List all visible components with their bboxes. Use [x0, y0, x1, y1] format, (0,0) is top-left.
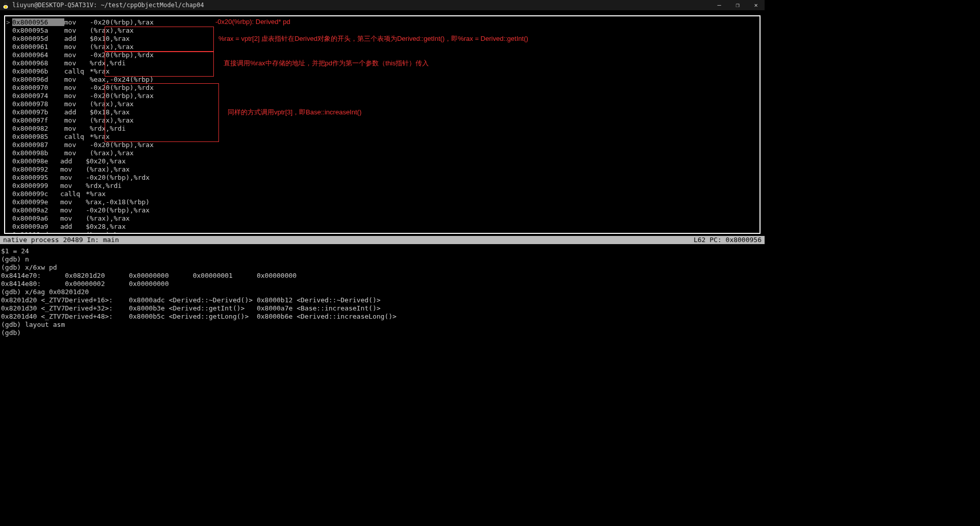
- asm-row[interactable]: 0x800096d mov%eax,-0x24(%rbp): [12, 76, 760, 84]
- gdb-line: $1 = 24: [1, 247, 765, 255]
- tux-icon: [2, 2, 9, 9]
- gdb-line: 0x8201d30 <_ZTV7Derived+32>: 0x8000b3e <…: [1, 304, 765, 313]
- asm-row[interactable]: 0x800099c callq*%rax: [12, 190, 760, 198]
- asm-row[interactable]: 0x80009a6 mov(%rax),%rax: [12, 214, 760, 223]
- gdb-line: (gdb) x/6ag 0x08201d20: [1, 288, 765, 296]
- asm-row[interactable]: 0x8000985 callq*%rax: [12, 133, 760, 141]
- asm-row[interactable]: 0x8000978 mov(%rax),%rax: [12, 100, 760, 108]
- asm-row[interactable]: 0x8000970 mov-0x20(%rbp),%rdx: [12, 84, 760, 92]
- annot-4: 同样的方式调用vptr[3]，即Base::increaseInt(): [228, 108, 361, 116]
- asm-row[interactable]: 0x800098b mov(%rax),%rax: [12, 149, 760, 157]
- minimize-button[interactable]: —: [716, 1, 723, 9]
- asm-row[interactable]: 0x8000974 mov-0x20(%rbp),%rax: [12, 92, 760, 100]
- asm-row[interactable]: 0x800098e add$0x20,%rax: [12, 157, 760, 165]
- asm-row[interactable]: 0x800097b add$0x18,%rax: [12, 108, 760, 116]
- asm-row[interactable]: 0x800095a mov(%rax),%rax: [12, 27, 760, 35]
- status-right: L62 PC: 0x8000956: [694, 236, 762, 244]
- window-title: liuyun@DESKTOP-Q5AT31V: ~/test/cppObject…: [12, 1, 204, 9]
- asm-row[interactable]: 0x8000992 mov(%rax),%rax: [12, 165, 760, 174]
- title-bar: liuyun@DESKTOP-Q5AT31V: ~/test/cppObject…: [0, 0, 765, 10]
- asm-row[interactable]: 0x8000964 mov-0x20(%rbp),%rdx: [12, 51, 760, 59]
- svg-point-0: [4, 2, 8, 6]
- asm-row[interactable]: >0x8000956 mov-0x20(%rbp),%rax: [12, 18, 760, 27]
- asm-row[interactable]: 0x8000982 mov%rdx,%rdi: [12, 125, 760, 133]
- asm-row[interactable]: 0x800097f mov(%rax),%rax: [12, 116, 760, 125]
- gdb-line: 0x8201d40 <_ZTV7Derived+48>: 0x8000b5c <…: [1, 313, 765, 321]
- gdb-console[interactable]: $1 = 24(gdb) n(gdb) x/6xw pd0x8414e70: 0…: [0, 244, 765, 337]
- maximize-button[interactable]: ❐: [734, 1, 741, 9]
- gdb-line: (gdb) x/6xw pd: [1, 264, 765, 272]
- asm-row[interactable]: 0x8000995 mov-0x20(%rbp),%rdx: [12, 174, 760, 182]
- asm-row[interactable]: 0x80009a2 mov-0x20(%rbp),%rax: [12, 206, 760, 214]
- status-bar: native process 20489 In: main L62 PC: 0x…: [0, 236, 765, 244]
- gdb-line: (gdb) n: [1, 255, 765, 264]
- status-left: native process 20489 In: main: [3, 236, 119, 244]
- gdb-line: 0x8414e70: 0x08201d20 0x00000000 0x00000…: [1, 272, 765, 280]
- asm-panel[interactable]: >0x8000956 mov-0x20(%rbp),%rax0x800095a …: [4, 15, 761, 234]
- asm-row[interactable]: 0x800096b callq*%rax: [12, 67, 760, 76]
- gdb-line: (gdb): [1, 329, 765, 337]
- asm-row[interactable]: 0x8000961 mov(%rax),%rax: [12, 43, 760, 51]
- annot-2: %rax = vptr[2] 虚表指针在Derived对象的开头，第三个表项为D…: [218, 35, 528, 43]
- close-button[interactable]: ✕: [752, 1, 760, 9]
- asm-row[interactable]: 0x8000999 mov%rdx,%rdi: [12, 182, 760, 190]
- svg-point-2: [4, 6, 7, 8]
- gdb-line: 0x8201d20 <_ZTV7Derived+16>: 0x8000adc <…: [1, 296, 765, 304]
- asm-row[interactable]: 0x80009a9 add$0x28,%rax: [12, 223, 760, 231]
- asm-row[interactable]: 0x80009ad mov(%rax),%rax: [12, 231, 760, 234]
- annot-3: 直接调用%rax中存储的地址，并把pd作为第一个参数（this指针）传入: [224, 59, 429, 67]
- window-controls: — ❐ ✕: [716, 1, 763, 9]
- asm-row[interactable]: 0x8000987 mov-0x20(%rbp),%rax: [12, 141, 760, 149]
- gdb-line: 0x8414e80: 0x00000002 0x00000000: [1, 280, 765, 288]
- asm-row[interactable]: 0x800099e mov%rax,-0x18(%rbp): [12, 198, 760, 206]
- gdb-line: (gdb) layout asm: [1, 321, 765, 329]
- annot-1: -0x20(%rbp): Derived* pd: [215, 18, 290, 26]
